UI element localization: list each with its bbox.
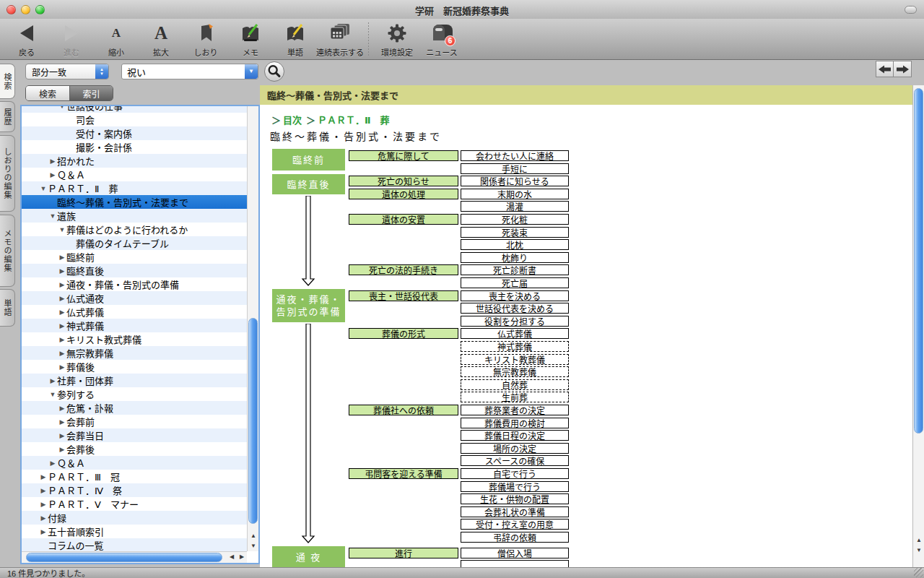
flow-sub-box[interactable]: 自然葬 [461, 379, 569, 390]
scroll-right-icon[interactable]: ▶ [237, 552, 247, 562]
flow-sub-box[interactable]: 手短に [461, 163, 569, 174]
tree-item[interactable]: ▶葬儀後 [22, 360, 247, 374]
tree-item[interactable]: ▶五十音順索引 [22, 525, 247, 538]
tree-item[interactable]: ▼参列する [22, 387, 247, 401]
flow-sub-box[interactable]: 死亡届 [461, 277, 569, 288]
disclosure-closed-icon[interactable]: ▶ [39, 514, 48, 522]
tree-item[interactable]: ▶無宗教葬儀 [22, 346, 247, 360]
tree-item[interactable]: 臨終〜葬儀・告別式・法要まで [22, 195, 247, 209]
tree-item[interactable]: ▶通夜・葬儀・告別式の準備 [22, 277, 247, 291]
prev-page-button[interactable] [876, 61, 894, 77]
flow-sub-box[interactable]: 北枕 [461, 239, 569, 250]
flow-sub-box[interactable]: 死化粧 [461, 214, 569, 225]
tree-item[interactable]: ▶危篤・訃報 [22, 401, 247, 415]
toolbar-forward-button[interactable]: 進む [49, 22, 94, 58]
tab-search[interactable]: 検索 [26, 86, 69, 100]
tree-item[interactable]: ▶キリスト教式葬儀 [22, 332, 247, 346]
content-vscroll-thumb[interactable] [914, 88, 923, 434]
toolbar-preferences-button[interactable]: 環境設定 [375, 22, 419, 58]
tree-item[interactable]: ▶ＰＡＲＴ．Ⅳ 祭 [22, 483, 247, 497]
resize-grip[interactable] [914, 568, 923, 577]
flow-sub-box[interactable]: 死亡診断書 [461, 264, 569, 275]
disclosure-closed-icon[interactable]: ▶ [58, 432, 66, 439]
flow-sub-box[interactable]: 末期の水 [461, 189, 569, 199]
tab-index[interactable]: 索引 [69, 86, 113, 100]
disclosure-closed-icon[interactable]: ▶ [58, 322, 66, 329]
flow-sub-box[interactable]: 葬儀費用の検討 [461, 418, 569, 428]
tree-item[interactable]: ▶Ｑ＆Ａ [22, 456, 247, 470]
flow-category-box[interactable]: 弔問客を迎える準備 [349, 468, 458, 479]
flow-sub-box[interactable]: 関係者に知らせる [461, 176, 569, 186]
tree-item[interactable]: ▶仏式通夜 [22, 291, 247, 305]
flow-category-box[interactable]: 喪主・世話役代表 [349, 290, 458, 301]
flow-sub-box[interactable]: 神式葬儀 [461, 341, 569, 352]
sidebar-horizontal-scrollbar[interactable]: ◀ ▶ [22, 551, 247, 563]
toolbar-news-button[interactable]: 6ニュース [419, 22, 464, 58]
flow-sub-box[interactable]: 無宗教葬儀 [461, 366, 569, 377]
flow-sub-box[interactable]: 場所の決定 [461, 443, 569, 454]
flow-category-box[interactable]: 進行 [349, 548, 458, 558]
flow-sub-box[interactable]: 喪主を決める [461, 290, 569, 301]
disclosure-open-icon[interactable]: ▼ [48, 391, 57, 398]
tree-item[interactable]: 受付・案内係 [22, 126, 247, 140]
disclosure-closed-icon[interactable]: ▶ [58, 295, 66, 302]
disclosure-closed-icon[interactable]: ▶ [58, 405, 66, 412]
match-mode-popup[interactable]: 部分一致 ▲▼ [25, 64, 109, 79]
toolbar-toggle-button[interactable] [905, 6, 917, 14]
next-page-button[interactable] [894, 61, 912, 77]
toolbar-zoom-in-button[interactable]: A拡大 [139, 22, 183, 58]
disclosure-closed-icon[interactable]: ▶ [39, 487, 48, 494]
toolbar-continuous-view-button[interactable]: 連続表示する [318, 22, 362, 58]
tree-item[interactable]: 撮影・会計係 [22, 140, 247, 154]
toolbar-back-button[interactable]: 戻る [4, 22, 49, 58]
flow-sub-box[interactable]: 枕飾り [461, 252, 569, 263]
tree-item[interactable]: ▶Ｑ＆Ａ [22, 168, 247, 181]
disclosure-closed-icon[interactable]: ▶ [58, 309, 66, 316]
flow-category-box[interactable]: 遺体の安置 [349, 214, 458, 225]
flow-sub-box[interactable]: キリスト教葬儀 [461, 354, 569, 365]
tree-item[interactable]: ▼葬儀はどのように行われるか [22, 223, 247, 236]
sidebar-vertical-scrollbar[interactable]: ▲ ▼ [247, 106, 258, 551]
flow-sub-box[interactable]: 葬祭業者の決定 [461, 405, 569, 415]
breadcrumb-link[interactable]: ＰＡＲＴ．Ⅱ 葬 [318, 113, 390, 126]
tree-item[interactable]: ▶ＰＡＲＴ．Ⅲ 冠 [22, 470, 247, 483]
tree-item[interactable]: ▶ＰＡＲＴ．Ⅴ マナー [22, 497, 247, 511]
toolbar-words-button[interactable]: 単語 [273, 22, 318, 58]
disclosure-closed-icon[interactable]: ▶ [58, 336, 66, 343]
tree-item[interactable]: ▼遺族 [22, 209, 247, 223]
disclosure-closed-icon[interactable]: ▶ [48, 377, 57, 384]
flow-sub-box-partial[interactable] [461, 560, 569, 567]
tree-item[interactable]: ▶社葬・団体葬 [22, 374, 247, 387]
flow-sub-box[interactable]: 役割を分担する [461, 316, 569, 327]
search-input[interactable]: 祝い ▼ [121, 64, 258, 79]
disclosure-closed-icon[interactable]: ▶ [48, 158, 57, 165]
tree-item[interactable]: ▼世話役の仕事 [22, 106, 247, 113]
tree-item[interactable]: ▶会葬当日 [22, 428, 247, 442]
disclosure-closed-icon[interactable]: ▶ [48, 171, 57, 178]
scroll-up-icon[interactable]: ▲ [248, 531, 259, 541]
disclosure-closed-icon[interactable]: ▶ [58, 363, 66, 371]
side-tab-bookmark-edit[interactable]: しおりの編集 [0, 135, 15, 212]
disclosure-closed-icon[interactable]: ▶ [39, 528, 48, 535]
flow-sub-box[interactable]: 弔辞の依頼 [461, 532, 569, 543]
flow-category-box[interactable]: 死亡の法的手続き [349, 264, 458, 275]
flow-category-box[interactable]: 遺体の処理 [349, 189, 458, 199]
side-tab-history[interactable]: 履歴 [0, 101, 15, 132]
flow-sub-box[interactable]: 葬儀場で行う [461, 481, 569, 492]
flow-category-box[interactable]: 葬儀の形式 [349, 328, 458, 339]
disclosure-closed-icon[interactable]: ▶ [48, 460, 57, 467]
side-tab-search[interactable]: 検索 [0, 64, 15, 99]
disclosure-open-icon[interactable]: ▼ [58, 106, 66, 110]
disclosure-closed-icon[interactable]: ▶ [58, 418, 66, 426]
toolbar-memo-button[interactable]: メモ [228, 22, 273, 58]
flow-sub-box[interactable]: 葬儀日程の決定 [461, 430, 569, 441]
disclosure-closed-icon[interactable]: ▶ [58, 350, 66, 357]
flow-sub-box[interactable]: 生花・供物の配置 [461, 493, 569, 504]
scroll-left-icon[interactable]: ◀ [227, 552, 237, 562]
flow-sub-box[interactable]: 生前葬 [461, 392, 569, 402]
side-tab-words[interactable]: 単語 [0, 289, 15, 327]
tree-item[interactable]: ▶臨終前 [22, 250, 247, 264]
sidebar-hscroll-thumb[interactable] [26, 553, 222, 562]
disclosure-closed-icon[interactable]: ▶ [58, 267, 66, 275]
tree-item[interactable]: ▶会葬前 [22, 415, 247, 428]
